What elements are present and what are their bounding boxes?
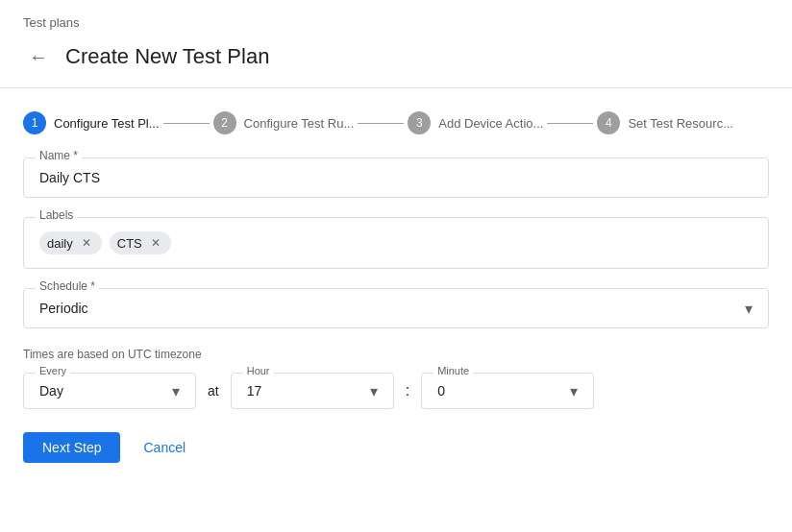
step-connector-1	[163, 123, 210, 124]
schedule-label: Schedule *	[36, 279, 99, 293]
every-field-group: Every Day Hour Minute ▾	[23, 373, 196, 409]
name-field-group: Name *	[23, 157, 769, 198]
schedule-select[interactable]: Periodic	[39, 301, 753, 316]
labels-field-group: Labels daily ✕ CTS ✕	[23, 217, 769, 269]
step-1-label: Configure Test Pl...	[54, 116, 160, 131]
hour-label: Hour	[243, 365, 274, 376]
step-2-label: Configure Test Ru...	[244, 116, 355, 131]
labels-label: Labels	[36, 208, 77, 222]
periodic-row: Every Day Hour Minute ▾ at Hour 0123	[23, 373, 769, 409]
stepper: 1 Configure Test Pl... 2 Configure Test …	[0, 111, 792, 157]
every-label: Every	[36, 365, 70, 376]
hour-select-wrapper: 0123 4567 891011 12131415 16171819 20212…	[247, 383, 378, 399]
schedule-field-group: Schedule * Periodic ▾	[23, 288, 769, 328]
breadcrumb: Test plans	[0, 0, 792, 37]
minute-field-group: Minute 051015 20253035 40455055 ▾	[421, 373, 594, 409]
next-step-button[interactable]: Next Step	[23, 432, 120, 463]
step-3-label: Add Device Actio...	[438, 116, 543, 131]
minute-select-wrapper: 051015 20253035 40455055 ▾	[437, 383, 578, 399]
step-4-label: Set Test Resourc...	[628, 116, 733, 131]
form: Name * Labels daily ✕ CTS ✕ Schedule * P…	[0, 157, 792, 409]
step-3-circle: 3	[408, 111, 431, 134]
step-2-circle: 2	[213, 111, 236, 134]
step-4: 4 Set Test Resourc...	[597, 111, 733, 134]
schedule-select-wrapper: Periodic ▾	[39, 301, 753, 316]
chip-cts: CTS ✕	[110, 231, 171, 254]
header-divider	[0, 87, 792, 88]
back-icon: ←	[29, 46, 48, 68]
chip-daily: daily ✕	[39, 231, 102, 254]
step-1-circle: 1	[23, 111, 46, 134]
name-label: Name *	[36, 149, 82, 162]
timezone-note: Times are based on UTC timezone	[23, 348, 769, 361]
chip-cts-text: CTS	[117, 236, 142, 251]
colon-separator: :	[406, 382, 409, 399]
hour-field-group: Hour 0123 4567 891011 12131415 16171819 …	[231, 373, 394, 409]
labels-container: daily ✕ CTS ✕	[39, 230, 753, 256]
hour-select[interactable]: 0123 4567 891011 12131415 16171819 20212…	[247, 383, 378, 399]
at-label: at	[208, 383, 219, 399]
minute-label: Minute	[433, 365, 473, 376]
chip-daily-remove[interactable]: ✕	[79, 235, 94, 251]
step-connector-3	[547, 123, 593, 124]
name-input[interactable]	[39, 170, 753, 185]
every-select[interactable]: Day Hour Minute	[39, 383, 180, 399]
chip-cts-remove[interactable]: ✕	[148, 235, 163, 251]
step-2: 2 Configure Test Ru...	[213, 111, 355, 134]
step-connector-2	[358, 123, 404, 124]
every-select-wrapper: Day Hour Minute ▾	[39, 383, 180, 399]
back-button[interactable]: ←	[23, 41, 54, 72]
step-4-circle: 4	[597, 111, 620, 134]
page-title: Create New Test Plan	[65, 44, 269, 69]
periodic-settings: Times are based on UTC timezone Every Da…	[23, 348, 769, 409]
cancel-button[interactable]: Cancel	[136, 432, 193, 463]
footer: Next Step Cancel	[0, 409, 792, 478]
minute-select[interactable]: 051015 20253035 40455055	[437, 383, 578, 399]
chip-daily-text: daily	[47, 236, 73, 251]
step-3: 3 Add Device Actio...	[408, 111, 543, 134]
step-1: 1 Configure Test Pl...	[23, 111, 160, 134]
